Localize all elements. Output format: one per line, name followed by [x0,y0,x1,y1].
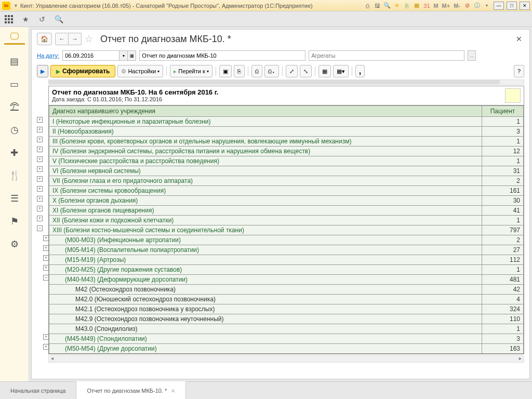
date-input[interactable] [62,50,119,61]
history-icon[interactable]: ↺ [37,15,47,24]
tree-toggle[interactable]: + [37,127,43,132]
tree-toggle[interactable]: + [37,166,43,172]
window-title: Кинт: Управление санаторием (16.08.т05) … [20,3,363,9]
favorite-outline-icon[interactable]: ☆ [85,33,93,45]
tree-toggle[interactable]: + [43,265,49,271]
count-cell: 1 [482,265,524,275]
tool-btn-7[interactable]: ▦ [318,65,331,77]
close-button[interactable]: ✕ [520,2,530,10]
tree-toggle[interactable]: + [43,235,49,241]
tool-btn-5[interactable]: ⤢ [286,65,298,77]
count-cell: 2 [482,176,524,186]
tree-toggle[interactable]: + [37,156,43,162]
count-cell: 12 [482,147,524,156]
generate-button[interactable]: Сформировать [50,65,115,77]
count-cell: 1 [482,216,524,225]
diagnosis-cell: M42.1 (Остеохондроз позвоночника у взрос… [49,304,482,314]
diagnosis-cell: (M50-M54) (Другие дорсопатии) [49,344,482,354]
diagnosis-cell: (M05-M14) (Воспалительные полиартропатии… [49,245,482,255]
report-name-input[interactable] [139,50,305,61]
run-button[interactable]: ▶ [37,65,48,77]
tab-home[interactable]: Начальная страница [0,382,76,399]
aggregates-more-button[interactable]: … [468,50,476,61]
tree-toggle[interactable]: − [37,225,43,231]
tree-toggle[interactable]: + [37,117,43,123]
tool-btn-2[interactable]: ⎘ [234,65,245,77]
back-button[interactable]: ← [55,33,69,45]
count-cell: 1 [482,117,524,127]
tool-btn-3[interactable]: ⎙ [251,65,262,77]
sidebar-monitor-icon[interactable]: 🖵 [4,32,25,45]
diagnosis-cell: M42.9 (Остеохондроз позвоночника неуточн… [49,314,482,324]
calendar-icon[interactable]: 31 [422,2,431,10]
date-dropdown-button[interactable]: ▾ [119,50,128,61]
date-calendar-button[interactable]: ▦ [128,50,136,61]
home-button[interactable]: 🏠 [37,33,52,45]
tree-toggle[interactable]: + [37,186,43,192]
tab-close-icon[interactable]: ✕ [171,388,175,394]
app-logo: 1c [2,2,10,10]
diagnosis-cell: (M45-M49) (Спондилопатии) [49,334,482,344]
count-cell: 1 [482,324,524,334]
calc-icon[interactable]: ▦ [413,2,421,10]
m-plus-button[interactable]: M+ [441,3,451,9]
m-button[interactable]: M [432,3,439,9]
m-minus-button[interactable]: M- [453,3,461,9]
tool-btn-4[interactable]: ⎙▾ [264,65,279,77]
tree-toggle[interactable]: + [37,147,43,152]
tree-toggle[interactable]: + [37,216,43,221]
forward-button[interactable]: → [69,33,82,45]
sidebar-medical-icon[interactable]: ✚ [8,147,21,159]
tree-toggle[interactable]: + [43,255,49,261]
sidebar-storage-icon[interactable]: ☰ [8,192,21,205]
tree-toggle[interactable]: + [37,196,43,202]
tree-toggle[interactable]: + [43,344,49,350]
save-icon[interactable]: 🖫 [373,2,381,10]
sidebar-food-icon[interactable]: 🍴 [8,169,21,182]
sidebar-lamp-icon[interactable]: ⛱ [8,101,21,113]
sidebar-flag-icon[interactable]: ⚑ [8,215,21,228]
maximize-button[interactable]: □ [507,2,517,10]
search-icon[interactable]: 🔍 [54,15,63,24]
sidebar-clock-icon[interactable]: ◷ [8,124,21,136]
tool-btn-9[interactable]: , [355,65,365,77]
tree-toggle[interactable]: + [37,206,43,211]
apps-icon[interactable] [4,15,14,24]
scrollbar-top[interactable] [48,79,524,85]
help-button[interactable]: ? [514,65,524,77]
favorite-icon[interactable]: ★ [393,2,401,10]
window-dropdown-icon[interactable]: ▼ [14,3,18,8]
aggregates-input[interactable] [309,50,464,61]
tree-toggle[interactable]: + [43,245,49,251]
diagnosis-cell: XI (Болезни органов пищеварения) [49,206,482,216]
tree-toggle[interactable]: + [37,137,43,142]
info-icon[interactable]: ⓘ [473,2,481,10]
tool-btn-1[interactable]: ▣ [219,65,232,77]
tree-toggle[interactable]: + [43,334,49,340]
close-tab-button[interactable]: ✕ [514,33,524,45]
goto-button[interactable]: ▸Перейти к▾ [170,65,212,77]
tree-toggle[interactable]: − [43,275,49,281]
page-title: Отчет по диагнозам МКБ-10. * [100,34,511,45]
diagnosis-cell: M42 (Остеохондроз позвоночника) [49,285,482,295]
preview-icon[interactable]: 🔍 [383,2,391,10]
diagnosis-cell: II (Новообразования) [49,127,482,137]
minimize-button[interactable]: — [494,2,504,10]
star-icon[interactable]: ★ [21,15,30,24]
clear-icon[interactable]: ⊘ [463,2,471,10]
diagnosis-cell: (M20-M25) (Другие поражения суставов) [49,265,482,275]
sidebar-settings-icon[interactable]: ⚙ [8,238,21,250]
tab-report[interactable]: Отчет по диагнозам МКБ-10. *✕ [76,381,186,399]
dropdown-icon[interactable]: ▾ [483,2,491,10]
settings-button[interactable]: ⚙Настройки▾ [117,65,163,77]
print-icon[interactable]: ⎙ [363,2,371,10]
diagnosis-cell: X (Болезни органов дыхания) [49,196,482,206]
date-label[interactable]: На дату: [37,52,59,59]
tree-toggle[interactable]: + [37,176,43,182]
tool-btn-8[interactable]: ▦▾ [333,65,349,77]
link-icon[interactable]: ⎘ [403,2,411,10]
tool-btn-6[interactable]: ⤡ [300,65,312,77]
scrollbar-horizontal[interactable] [48,355,524,363]
sidebar-card-icon[interactable]: ▭ [8,78,21,90]
sidebar-calendar-icon[interactable]: ▤ [8,55,21,68]
